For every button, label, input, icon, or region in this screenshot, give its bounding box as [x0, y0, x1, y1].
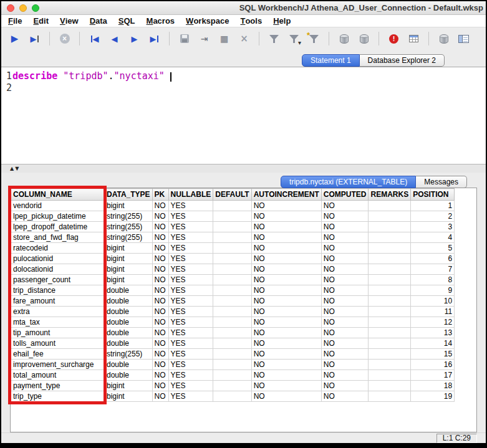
column-header-default[interactable]: DEFAULT	[213, 189, 251, 201]
commit-button[interactable]	[335, 31, 352, 47]
database-explorer-button[interactable]	[455, 31, 472, 47]
table-cell	[213, 307, 251, 317]
table-row[interactable]: tip_amountdoubleNOYESNONO13	[11, 328, 455, 338]
table-row[interactable]: ehail_feestring(255)NOYESNONO15	[11, 349, 455, 360]
table-row[interactable]: trip_distancedoubleNOYESNONO9	[11, 285, 455, 296]
table-cell: 7	[411, 264, 455, 275]
table-cell: NO	[321, 264, 369, 275]
text-caret	[170, 72, 171, 82]
menu-edit[interactable]: Edit	[27, 15, 54, 27]
table-row[interactable]: store_and_fwd_flagstring(255)NOYESNONO4	[11, 232, 455, 243]
table-row[interactable]: ratecodeidbigintNOYESNONO5	[11, 243, 455, 254]
database-icon	[440, 34, 448, 44]
next-statement-button[interactable]: ▶	[126, 31, 143, 47]
table-row[interactable]: total_amountdoubleNOYESNONO17	[11, 370, 455, 381]
menu-sql[interactable]: SQL	[113, 15, 141, 27]
menu-macros[interactable]: Macros	[141, 15, 181, 27]
cancel-execution-button[interactable]: ×	[56, 31, 73, 47]
table-cell: NO	[321, 243, 369, 254]
table-row[interactable]: payment_typebigintNOYESNONO18	[11, 381, 455, 391]
column-header-data_type[interactable]: DATA_TYPE	[105, 189, 153, 201]
table-row[interactable]: mta_taxdoubleNOYESNONO12	[11, 317, 455, 328]
table-row[interactable]: lpep_dropoff_datetimestring(255)NOYESNON…	[11, 222, 455, 232]
table-cell: NO	[321, 307, 369, 317]
table-row[interactable]: lpep_pickup_datetimestring(255)NOYESNONO…	[11, 211, 455, 222]
update-database-button[interactable]: ⇥	[196, 31, 213, 47]
table-row[interactable]: dolocationidbigintNOYESNONO7	[11, 264, 455, 275]
execute-button[interactable]: ▶	[6, 31, 23, 47]
data-grid-button[interactable]	[405, 31, 422, 47]
table-row[interactable]: vendoridbigintNOYESNONO1	[11, 201, 455, 211]
table-cell: YES	[168, 243, 213, 254]
table-cell	[213, 349, 251, 360]
table-row[interactable]: passenger_countbigintNOYESNONO8	[11, 275, 455, 285]
column-header-computed[interactable]: COMPUTED	[321, 189, 369, 201]
table-row[interactable]: tolls_amountdoubleNOYESNONO14	[11, 338, 455, 349]
column-header-remarks[interactable]: REMARKS	[369, 189, 411, 201]
column-header-autoincrement[interactable]: AUTOINCREMENT	[251, 189, 321, 201]
column-header-column_name[interactable]: COLUMN_NAME	[11, 189, 105, 201]
table-cell: double	[105, 338, 153, 349]
menu-view[interactable]: View	[54, 15, 84, 27]
table-cell: 3	[411, 222, 455, 232]
ignore-errors-button[interactable]: !	[385, 31, 402, 47]
collapse-up-arrow-icon[interactable]: ▲	[10, 166, 14, 171]
table-cell: total_amount	[11, 370, 105, 381]
table-cell: double	[105, 296, 153, 307]
sql-table-literal: "nyctaxi"	[114, 70, 165, 82]
sql-dot: .	[108, 70, 114, 82]
table-cell: NO	[152, 338, 168, 349]
menu-tools[interactable]: Tools	[234, 15, 268, 27]
splitter-handle[interactable]: ▲ ▼	[1, 164, 486, 173]
column-header-position[interactable]: POSITION	[411, 189, 455, 201]
minimize-window-button[interactable]	[19, 4, 27, 12]
menu-data[interactable]: Data	[84, 15, 113, 27]
save-changes-button[interactable]	[176, 31, 193, 47]
tab-database-explorer-2[interactable]: Database Explorer 2	[360, 54, 445, 67]
insert-row-icon: ▦	[220, 34, 228, 43]
tab-statement-1[interactable]: Statement 1	[302, 54, 360, 67]
table-row[interactable]: fare_amountdoubleNOYESNONO10	[11, 296, 455, 307]
sql-keyword: describe	[12, 70, 57, 82]
table-cell	[213, 360, 251, 370]
table-cell: YES	[168, 328, 213, 338]
table-row[interactable]: pulocationidbigintNOYESNONO6	[11, 254, 455, 264]
sql-editor[interactable]: 1 2 describe "tripdb"."nyctaxi"	[1, 67, 486, 164]
filter-dropdown-button[interactable]: ▾	[286, 31, 302, 47]
filter-button[interactable]	[266, 31, 282, 47]
column-header-pk[interactable]: PK	[152, 189, 168, 201]
table-cell: NO	[152, 243, 168, 254]
table-cell: double	[105, 307, 153, 317]
zoom-window-button[interactable]	[32, 4, 39, 12]
menu-file[interactable]: File	[2, 15, 27, 27]
table-cell: NO	[321, 360, 369, 370]
table-row[interactable]: trip_typebigintNOYESNONO19	[11, 391, 455, 402]
table-cell: pulocationid	[11, 254, 105, 264]
tab-messages[interactable]: Messages	[416, 176, 467, 188]
table-row[interactable]: improvement_surchargedoubleNOYESNONO16	[11, 360, 455, 370]
execute-current-button[interactable]: ▶	[26, 31, 43, 47]
table-cell: NO	[251, 360, 321, 370]
connection-info-button[interactable]	[435, 31, 452, 47]
table-cell: NO	[152, 360, 168, 370]
rollback-button[interactable]	[355, 31, 372, 47]
insert-row-button[interactable]: ▦	[216, 31, 233, 47]
table-cell: NO	[152, 285, 168, 296]
table-cell	[369, 338, 411, 349]
collapse-down-arrow-icon[interactable]: ▼	[15, 166, 19, 171]
toolbar-separator	[329, 32, 329, 45]
column-header-nullable[interactable]: NULLABLE	[168, 189, 213, 201]
first-statement-button[interactable]: ◀	[86, 31, 103, 47]
table-cell: mta_tax	[11, 317, 105, 328]
tab-result-table[interactable]: tripdb.nyctaxi (EXTERNAL_TABLE)	[281, 176, 416, 188]
last-statement-button[interactable]: ▶	[146, 31, 163, 47]
table-row[interactable]: extradoubleNOYESNONO11	[11, 307, 455, 317]
delete-row-button[interactable]: ×	[236, 31, 253, 47]
table-cell: NO	[152, 328, 168, 338]
menu-help[interactable]: Help	[268, 15, 296, 27]
menu-workspace[interactable]: Workspace	[180, 15, 234, 27]
close-window-button[interactable]	[7, 4, 14, 12]
quick-filter-button[interactable]: *	[306, 31, 322, 47]
prev-statement-button[interactable]: ◀	[106, 31, 123, 47]
table-cell: string(255)	[105, 222, 153, 232]
